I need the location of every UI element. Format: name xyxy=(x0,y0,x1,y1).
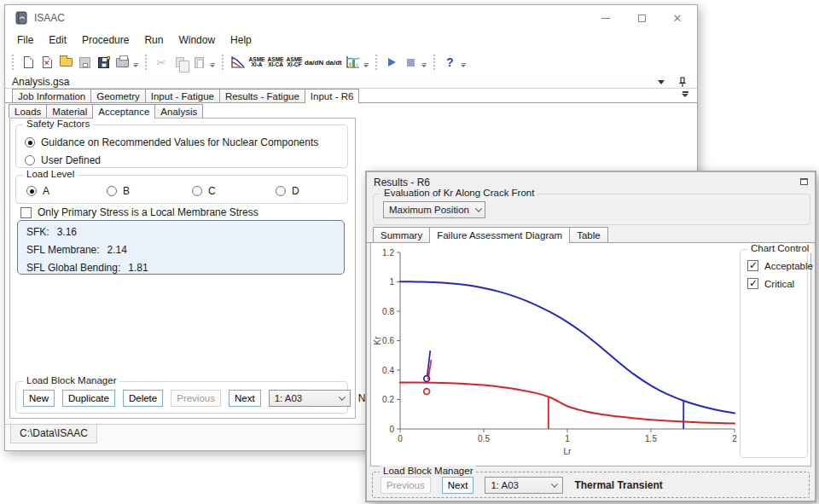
menu-file[interactable]: File xyxy=(10,32,40,49)
subtab-analysis[interactable]: Analysis xyxy=(154,104,203,118)
toolbar-overflow-icon[interactable] xyxy=(210,58,215,67)
document-list-caret-icon[interactable] xyxy=(658,80,665,84)
toolbar-drag-handle[interactable] xyxy=(222,55,225,70)
save-button[interactable] xyxy=(76,54,93,71)
svg-text:1: 1 xyxy=(565,434,570,443)
chart-button[interactable] xyxy=(344,54,361,71)
menu-run[interactable]: Run xyxy=(137,32,170,49)
results-tab-row: SummaryFailure Assessment DiagramTable xyxy=(367,227,815,243)
sfl-global-bending-value: 1.81 xyxy=(128,262,148,274)
close-document-button[interactable]: ✕ xyxy=(38,54,55,71)
group-label: Safety Factors xyxy=(23,119,93,129)
block-select[interactable]: 1: A03 xyxy=(485,477,563,494)
radio-load-level-c[interactable] xyxy=(192,186,202,196)
help-button[interactable]: ? xyxy=(441,54,458,71)
toolbar-drag-handle[interactable] xyxy=(12,55,15,70)
maximize-button[interactable] xyxy=(634,10,649,26)
asme-xi-ca-button[interactable]: ASME XI-CA xyxy=(267,54,284,71)
da-dn-button[interactable]: da/dN xyxy=(305,54,323,71)
acceptable-checkbox[interactable] xyxy=(747,260,758,271)
toolbar-drag-handle[interactable] xyxy=(375,55,379,70)
next-block-button[interactable]: Next xyxy=(442,477,474,494)
sub-tab-row: LoadsMaterialAcceptanceAnalysis xyxy=(9,104,202,119)
radio-guidance[interactable] xyxy=(25,137,35,148)
stop-button[interactable] xyxy=(402,54,419,71)
group-label: Load Level xyxy=(23,169,78,179)
tab-job-information[interactable]: Job Information xyxy=(12,89,91,102)
sfk-label: SFK: xyxy=(26,226,49,238)
radio-label: B xyxy=(123,185,130,197)
previous-block-button[interactable]: Previous xyxy=(171,390,221,407)
new-block-button[interactable]: New xyxy=(23,390,55,407)
subtab-loads[interactable]: Loads xyxy=(9,104,47,118)
load-block-description: Thermal Transient xyxy=(574,479,662,491)
float-window-button[interactable] xyxy=(800,178,808,185)
menu-window[interactable]: Window xyxy=(171,32,222,49)
delete-block-button[interactable]: Delete xyxy=(123,390,163,407)
save-as-button[interactable] xyxy=(95,54,112,71)
block-select[interactable]: 1: A03 xyxy=(269,390,351,407)
tab-overflow-icon[interactable] xyxy=(682,91,688,97)
cut-button[interactable]: ✂ xyxy=(153,54,170,71)
load-block-manager-group: Load Block Manager New Duplicate Delete … xyxy=(15,381,348,414)
toolbar-overflow-icon[interactable] xyxy=(461,58,466,67)
membrane-stress-checkbox[interactable] xyxy=(20,207,32,218)
toolbar-drag-handle[interactable] xyxy=(433,55,437,70)
position-select[interactable]: Maximum Position xyxy=(383,201,485,218)
tab-input-fatigue[interactable]: Input - Fatigue xyxy=(145,89,220,102)
minimize-button[interactable] xyxy=(598,10,613,26)
duplicate-block-button[interactable]: Duplicate xyxy=(62,390,115,407)
fad-curve-button[interactable] xyxy=(229,54,247,71)
menu-edit[interactable]: Edit xyxy=(42,32,73,49)
svg-text:0.8: 0.8 xyxy=(382,307,394,316)
toolbar-overflow-icon[interactable] xyxy=(133,58,138,67)
copy-button[interactable] xyxy=(171,54,189,71)
radio-user-defined[interactable] xyxy=(25,155,35,165)
print-button[interactable] xyxy=(113,54,131,71)
run-button[interactable] xyxy=(383,54,400,71)
next-block-button[interactable]: Next xyxy=(229,390,261,407)
status-path-tab[interactable]: C:\Data\ISAAC xyxy=(10,425,97,443)
menu-bar: File Edit Procedure Run Window Help xyxy=(10,32,258,49)
group-label: Evaluation of Kr Along Crack Front xyxy=(380,188,537,198)
checkbox-label: Critical xyxy=(764,279,794,289)
subtab-material[interactable]: Material xyxy=(46,104,93,118)
previous-block-button[interactable]: Previous xyxy=(380,477,431,494)
radio-load-level-d[interactable] xyxy=(276,186,286,196)
title-bar: ISAAC ✕ xyxy=(5,5,697,31)
radio-label: User Defined xyxy=(41,154,101,166)
radio-label: C xyxy=(208,185,216,197)
open-file-button[interactable] xyxy=(57,54,74,71)
radio-load-level-a[interactable] xyxy=(26,186,37,196)
radio-load-level-b[interactable] xyxy=(107,186,117,196)
svg-text:0: 0 xyxy=(398,434,403,443)
svg-text:Lr: Lr xyxy=(564,447,572,456)
chart-control-group: Chart Control Acceptable Critical xyxy=(740,249,808,458)
chevron-down-icon xyxy=(551,480,558,487)
paste-button[interactable] xyxy=(190,54,207,71)
acceptance-panel: Safety Factors Guidance on Recommended V… xyxy=(9,118,356,419)
toolbar-drag-handle[interactable] xyxy=(145,55,148,70)
critical-checkbox[interactable] xyxy=(747,278,758,289)
evaluation-group: Evaluation of Kr Along Crack Front Maxim… xyxy=(373,194,810,225)
new-document-button[interactable] xyxy=(20,54,37,71)
asme-xi-cf-button[interactable]: ASME XI-CF xyxy=(286,54,303,71)
subtab-acceptance[interactable]: Acceptance xyxy=(92,104,155,119)
tab-table[interactable]: Table xyxy=(569,227,608,242)
menu-procedure[interactable]: Procedure xyxy=(75,32,136,49)
sfk-value: 3.16 xyxy=(57,226,77,238)
sfl-global-bending-label: SFL Global Bending: xyxy=(26,262,120,274)
tab-input-r6[interactable]: Input - R6 xyxy=(305,89,360,103)
tab-results-fatigue[interactable]: Results - Fatigue xyxy=(219,89,305,102)
pin-icon[interactable] xyxy=(678,77,687,87)
svg-text:1.2: 1.2 xyxy=(382,248,394,258)
da-dt-button[interactable]: da/dt xyxy=(325,54,342,71)
toolbar-overflow-icon[interactable] xyxy=(363,58,369,67)
asme-xi-a-button[interactable]: ASME XI-A xyxy=(248,54,265,71)
menu-help[interactable]: Help xyxy=(224,32,258,49)
toolbar-overflow-icon[interactable] xyxy=(421,58,427,67)
tab-summary[interactable]: Summary xyxy=(373,227,430,242)
tab-failure-assessment-diagram[interactable]: Failure Assessment Diagram xyxy=(429,227,570,243)
close-button[interactable]: ✕ xyxy=(670,10,685,26)
tab-geometry[interactable]: Geometry xyxy=(90,89,146,102)
